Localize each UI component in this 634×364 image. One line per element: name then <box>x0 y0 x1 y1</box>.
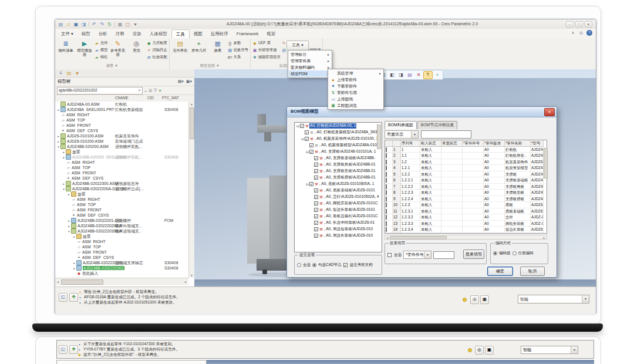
tab-1[interactable]: 模型 <box>77 29 95 38</box>
tree-item[interactable]: ▱ASM_FRONT <box>55 170 188 176</box>
selection-options-icon[interactable] <box>468 348 472 353</box>
bom-tree-item[interactable]: ✓⚒, A0, 周边短靠板\AJDZ6-010 <box>295 226 382 232</box>
checkbox[interactable]: ✓ <box>314 208 318 212</box>
close-button[interactable]: ✕ <box>585 21 592 28</box>
tree-item[interactable]: ▸AJDZ48B-0202220302S30408 <box>55 265 188 271</box>
bom-filter-input[interactable] <box>421 130 471 139</box>
menu-item-下载零部件[interactable]: ▼下载零部件 <box>329 83 383 89</box>
row-checkbox[interactable] <box>386 172 387 177</box>
tree-show-menu-icon[interactable]: ▤▾ <box>178 79 184 83</box>
batch-select-all-checkbox[interactable] <box>387 253 392 257</box>
tab-5[interactable]: 人体模型 <box>146 29 171 38</box>
tree-item[interactable]: ▱ASM_FRONT <box>55 250 188 255</box>
bom-table-row[interactable]: 131.2.3.3未检入A0脚轮安装板AJDZ-0 <box>385 221 547 227</box>
column-header[interactable]: *型号 <box>531 140 544 147</box>
batch-fill-button[interactable]: 批量填写 <box>463 250 484 259</box>
tree-item[interactable]: ▾AJDZ48B-02022200A-D11_5进瓶螺杆总成(... <box>55 186 188 191</box>
component-button[interactable]: ▰元件 <box>95 40 108 46</box>
column-header[interactable]: *零件名称 <box>505 140 531 147</box>
bom-table-row[interactable]: 61.2.2.1未检入A0支撑板基础板AJDZ48 <box>385 177 547 184</box>
geometry-check-button[interactable]: ◆几何检查 <box>147 40 167 46</box>
bom-table-row[interactable]: 91.2.2.4未检入A0支撑板撑板AJDZ48 <box>385 196 547 203</box>
bom-tree-item[interactable]: ✓⚙, A0, 机架骨架模型\AJDZ48A-010 <box>295 142 382 149</box>
row-checkbox[interactable] <box>386 203 387 207</box>
row-checkbox-cell[interactable] <box>385 171 393 178</box>
column-header[interactable]: *零件版本 <box>484 140 505 147</box>
erase-log-button[interactable]: ≡消除日志 <box>147 47 167 53</box>
search-tool-icon[interactable]: ◎ <box>475 346 484 355</box>
row-checkbox[interactable] <box>386 166 387 170</box>
ok-button[interactable]: 确定 <box>487 267 513 276</box>
menu-item-管理零件库[interactable]: 管理零件库▸ <box>289 58 331 64</box>
checkbox[interactable]: ✓ <box>309 182 313 186</box>
bom-table-row[interactable]: 111.2.3.1未检入A0底板基础板AJDZ6- <box>385 208 547 215</box>
message-log-icon[interactable]: ◱ <box>59 293 68 302</box>
browser-icon[interactable]: ❖ <box>69 293 78 302</box>
expander-icon[interactable]: ⊟ <box>296 124 300 128</box>
help-icon[interactable]: ? <box>586 30 592 36</box>
udf-library-button[interactable]: ◆UDF 库 <box>252 40 281 46</box>
view-manager-icon[interactable]: ▤ <box>406 72 414 79</box>
feature-button[interactable]: ▰特征 <box>95 54 108 60</box>
tree-item[interactable]: ▱ASM_RIGHT <box>55 112 188 117</box>
bom-tree-item[interactable]: ✓⚙, A0, 灯检机骨架模型\AJDZ48A_SKEL <box>295 129 382 136</box>
bom-table-vscrollbar[interactable] <box>544 148 548 178</box>
tree-item[interactable]: ▸放置 <box>55 234 188 239</box>
tree-item[interactable]: ▱ASM_RIGHT <box>55 197 188 202</box>
minimize-ribbon-icon[interactable]: ∧ <box>570 30 576 36</box>
saved-orientations-icon[interactable]: ◨ <box>397 72 405 79</box>
classified-coding-radio[interactable] <box>512 251 517 255</box>
row-checkbox-cell[interactable] <box>385 227 393 233</box>
select-box-icon[interactable]: ▣ <box>480 295 489 304</box>
row-checkbox-cell[interactable] <box>385 221 393 227</box>
command-search-icon[interactable]: ◎ <box>578 30 584 36</box>
checkbox[interactable]: ✓ <box>314 188 318 193</box>
checkbox[interactable]: ✓ <box>314 156 318 160</box>
save-icon[interactable]: ▣ <box>73 21 79 28</box>
spin-center-icon[interactable]: + <box>433 72 441 79</box>
compare-assembly-button[interactable]: ⇄比较装配 <box>147 54 167 60</box>
tree-item[interactable]: ▸AJDZ48A_SKEL0001.PRT灯检机骨架模型S30408 <box>55 107 188 112</box>
filter-icon[interactable]: ▽ <box>154 88 157 93</box>
row-checkbox-cell[interactable] <box>385 208 393 215</box>
tab-9[interactable]: Framework <box>232 29 263 38</box>
tab-0[interactable]: 文件 ▾ <box>57 29 77 38</box>
duplicate-status-combo[interactable]: 查重状态 ▾ <box>385 130 419 139</box>
display-style-icon[interactable]: ◧ <box>388 72 396 79</box>
bom-tree-item[interactable]: ✓⚒, A0, 长边中间靠板\AJDZ6-01 <box>295 220 382 226</box>
checkbox[interactable]: ✓ <box>314 227 318 231</box>
selection-options-icon[interactable] <box>463 298 467 303</box>
bom-tree-item[interactable]: ⊟✓⚒A0, 灯检机\AJDZ48A-00, 1 <box>295 123 382 129</box>
expander-icon[interactable]: ▸ <box>72 267 76 270</box>
column-header[interactable]: *零件件号 <box>463 140 484 147</box>
batch-value-input[interactable] <box>433 251 454 259</box>
row-checkbox[interactable] <box>386 227 387 232</box>
menu-item-系统管理[interactable]: 系统管理▸ <box>329 70 383 76</box>
tree-horizontal-scrollbar[interactable]: ◂ ▸ <box>55 278 188 285</box>
bom-tree-item[interactable]: ✓⚒, A0, 支撑板基础板\AJDZ48B- <box>295 155 382 161</box>
expander-icon[interactable]: ▸ <box>67 219 71 223</box>
expander-icon[interactable]: ⊟ <box>305 150 309 154</box>
tab-7[interactable]: 视图 <box>190 29 207 38</box>
datum-display-icon[interactable]: ✕ <box>414 72 423 79</box>
tab-3[interactable]: 注释 <box>112 29 129 38</box>
select-all-radio[interactable] <box>297 263 301 267</box>
collapse-tree-icon[interactable]: – <box>144 89 147 93</box>
bom-tree-item[interactable]: ✓⚒, A0, 周边长靠板\AJDZ6-010 <box>295 232 382 239</box>
checkbox[interactable]: ✓ <box>314 176 318 180</box>
coder-radio[interactable] <box>493 251 497 255</box>
column-cname[interactable]: CNAME <box>115 96 129 100</box>
bom-table-row[interactable]: 81.2.2.3未检入A0支撑板垫板AJDZ48 <box>385 190 547 196</box>
row-checkbox[interactable] <box>386 209 387 214</box>
annotation-display-icon[interactable]: ¶ <box>423 71 433 79</box>
checkbox[interactable]: ✓ <box>314 221 318 225</box>
expander-icon[interactable]: ▾ <box>67 230 71 233</box>
minimize-button[interactable]: – <box>566 21 574 28</box>
bom-table-row[interactable]: 71.2.2.2未检入A0支撑板角板AJDZ48 <box>385 184 547 190</box>
bom-table-row[interactable]: 41.2.1未检入A0机架骨架模型AJDZ48 <box>385 165 547 171</box>
expander-icon[interactable]: ▸ <box>67 224 71 228</box>
bom-table-row[interactable]: 121.2.3.2未检入A0立柱AJDZ-0 <box>385 214 547 221</box>
row-checkbox[interactable] <box>386 160 387 164</box>
checked-cad-nodes-radio[interactable] <box>312 263 316 267</box>
tree-item[interactable]: ▸放置 <box>55 191 188 197</box>
